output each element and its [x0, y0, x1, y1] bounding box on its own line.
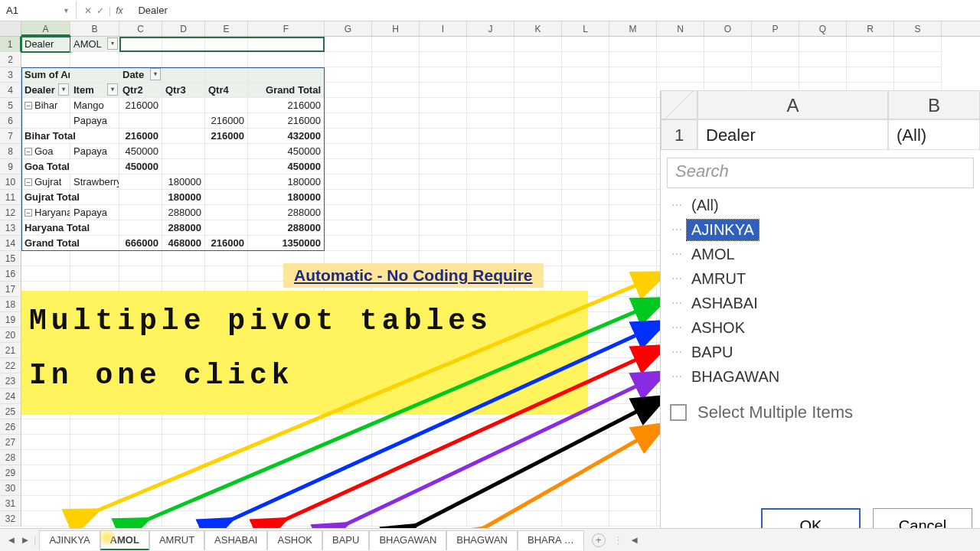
cell[interactable]	[420, 481, 467, 496]
pivot-filter-label[interactable]: Dealer	[21, 37, 70, 52]
cell-blank[interactable]	[467, 205, 514, 220]
pivot-value[interactable]	[205, 159, 248, 174]
cell[interactable]	[467, 450, 514, 465]
item-dropdown-icon[interactable]: ▾	[107, 83, 118, 96]
cell-blank[interactable]	[609, 98, 657, 113]
cell[interactable]	[467, 389, 514, 404]
cell-blank[interactable]	[467, 83, 514, 98]
cell[interactable]	[514, 511, 562, 527]
cell[interactable]	[205, 328, 248, 343]
cell[interactable]	[514, 358, 562, 373]
column-header-Q[interactable]: Q	[799, 21, 847, 36]
row-header-28[interactable]: 28	[0, 450, 21, 465]
row-header-2[interactable]: 2	[0, 52, 21, 67]
cell-blank[interactable]	[752, 67, 799, 83]
cell-blank[interactable]	[562, 236, 609, 251]
cell[interactable]	[21, 312, 70, 328]
fx-icon[interactable]: fx	[116, 5, 122, 16]
cell[interactable]	[205, 343, 248, 358]
cell-blank[interactable]	[467, 174, 514, 190]
filter-item[interactable]: ⋯BAPU	[667, 340, 974, 364]
filter-item[interactable]: ⋯(All)	[667, 193, 974, 217]
cell[interactable]	[420, 511, 467, 527]
column-header-S[interactable]: S	[894, 21, 942, 36]
cell[interactable]	[205, 297, 248, 312]
cell[interactable]	[119, 312, 162, 328]
cell[interactable]	[657, 52, 704, 67]
cell[interactable]	[562, 419, 609, 435]
cell-blank[interactable]	[609, 159, 657, 174]
cell[interactable]	[162, 373, 205, 389]
row-header-1[interactable]: 1	[0, 37, 21, 52]
cell[interactable]	[325, 435, 372, 450]
cell[interactable]	[372, 251, 420, 266]
row-header-3[interactable]: 3	[0, 67, 21, 83]
pivot-item-cell[interactable]: Mango	[70, 98, 119, 113]
popup-filter-value[interactable]: (All)	[888, 119, 980, 150]
cell[interactable]	[562, 343, 609, 358]
cell[interactable]	[325, 373, 372, 389]
filter-item[interactable]: ⋯BHAGAWAN	[667, 364, 974, 389]
cell[interactable]	[562, 52, 609, 67]
column-header-N[interactable]: N	[657, 21, 704, 36]
pivot-value[interactable]	[162, 113, 205, 129]
cell[interactable]	[562, 465, 609, 481]
pivot-value[interactable]: 288000	[248, 205, 325, 220]
cell[interactable]	[248, 37, 325, 52]
cell[interactable]	[119, 343, 162, 358]
cell-blank[interactable]	[562, 205, 609, 220]
cell[interactable]	[205, 373, 248, 389]
row-header-13[interactable]: 13	[0, 220, 21, 236]
cell[interactable]	[248, 481, 325, 496]
row-header-15[interactable]: 15	[0, 251, 21, 266]
date-dropdown-icon[interactable]: ▾	[150, 68, 161, 80]
cell[interactable]	[467, 297, 514, 312]
cell-blank[interactable]	[372, 174, 420, 190]
cell[interactable]	[609, 496, 657, 511]
cell[interactable]	[162, 389, 205, 404]
cell[interactable]	[514, 312, 562, 328]
cell[interactable]	[372, 312, 420, 328]
cell-blank[interactable]	[894, 67, 942, 83]
column-header-L[interactable]: L	[562, 21, 609, 36]
cell[interactable]	[372, 52, 420, 67]
cell[interactable]	[514, 251, 562, 266]
cell-blank[interactable]	[514, 236, 562, 251]
cell[interactable]	[562, 404, 609, 419]
cell[interactable]	[894, 52, 942, 67]
cell[interactable]	[21, 465, 70, 481]
cell[interactable]	[562, 282, 609, 297]
row-header-20[interactable]: 20	[0, 328, 21, 343]
cell-blank[interactable]	[420, 67, 467, 83]
pivot-value[interactable]	[119, 190, 162, 205]
cell-blank[interactable]	[325, 236, 372, 251]
pivot-dealer-cell[interactable]: −Haryana	[21, 205, 70, 220]
cell[interactable]	[467, 373, 514, 389]
cell[interactable]	[372, 465, 420, 481]
cell-blank[interactable]	[609, 67, 657, 83]
cell[interactable]	[562, 496, 609, 511]
cell[interactable]	[514, 297, 562, 312]
cell-blank[interactable]	[514, 220, 562, 236]
tab-nav-prev-icon[interactable]: ◄	[6, 534, 17, 546]
pivot-value[interactable]	[162, 144, 205, 159]
cell[interactable]	[21, 52, 70, 67]
cell-blank[interactable]	[514, 98, 562, 113]
column-header-D[interactable]: D	[162, 21, 205, 36]
cell[interactable]	[205, 52, 248, 67]
cell[interactable]	[467, 282, 514, 297]
row-header-27[interactable]: 27	[0, 435, 21, 450]
cell-blank[interactable]	[562, 129, 609, 144]
cell-blank[interactable]	[420, 83, 467, 98]
cell[interactable]	[562, 481, 609, 496]
cell-blank[interactable]	[467, 159, 514, 174]
cell[interactable]	[70, 481, 119, 496]
cell[interactable]	[704, 52, 752, 67]
cell[interactable]	[799, 52, 847, 67]
cell-blank[interactable]	[420, 205, 467, 220]
pivot-value[interactable]: 288000	[248, 220, 325, 236]
cell[interactable]	[70, 328, 119, 343]
pivot-value[interactable]	[205, 174, 248, 190]
cell-blank[interactable]	[325, 159, 372, 174]
cell[interactable]	[205, 282, 248, 297]
